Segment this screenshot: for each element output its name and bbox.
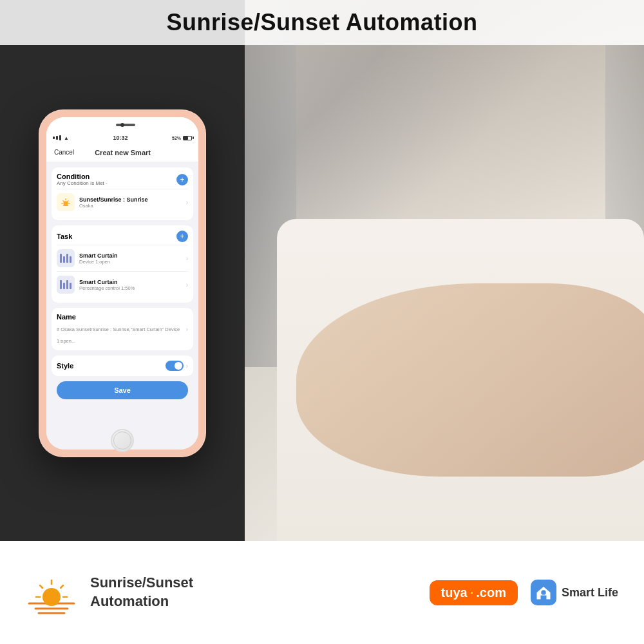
sunrise-text-title-1: Sunrise/Sunset — [90, 574, 193, 592]
wifi-icon: ▲ — [64, 135, 69, 141]
name-label: Name — [57, 313, 186, 321]
phone-mockup: ▲ 10:32 52% Cancel Creat new Sm — [39, 109, 206, 457]
task-item-1-text: Smart Curtain Device 1:open — [79, 252, 186, 265]
bottom-section: Sunrise/Sunset Automation tuya · .com Sm… — [0, 541, 644, 644]
smartlife-badge: Smart Life — [531, 580, 618, 605]
svg-line-3 — [63, 201, 64, 202]
save-button[interactable]: Save — [57, 381, 188, 399]
task-item-1-title: Smart Curtain — [79, 252, 186, 259]
style-toggle-area: › — [166, 361, 188, 371]
camera-icon — [120, 123, 124, 127]
status-right: 52% — [172, 136, 192, 140]
sunrise-icon-large — [26, 570, 77, 615]
name-content: Name If Osaka Sunset/Sunrise : Sunrise,"… — [57, 313, 186, 345]
condition-item-title: Sunset/Sunrise : Sunrise — [79, 196, 186, 203]
task-chevron-2-icon: › — [186, 281, 188, 289]
condition-title: Condition — [57, 173, 108, 180]
tuya-dot: · — [470, 585, 474, 600]
page-title: Sunrise/Sunset Automation — [166, 9, 477, 36]
task-header: Task + — [57, 231, 188, 242]
task-item-2-subtitle: Percentage control 1:50% — [79, 285, 186, 291]
speaker-icon — [116, 124, 135, 126]
curtain-icon-2 — [57, 276, 75, 294]
person-silhouette — [296, 283, 644, 477]
home-svg — [534, 583, 553, 602]
status-left: ▲ — [53, 135, 69, 141]
top-section: Sunrise/Sunset Automation — [0, 0, 644, 541]
task-item-2-text: Smart Curtain Percentage control 1:50% — [79, 279, 186, 291]
condition-item-text: Sunset/Sunrise : Sunrise Osaka — [79, 196, 186, 209]
task-add-button[interactable]: + — [176, 231, 188, 242]
battery-fill — [184, 137, 188, 140]
curtain-shape-1 — [60, 254, 71, 263]
style-section: Style › — [52, 355, 193, 376]
status-time: 10:32 — [113, 135, 128, 141]
sunrise-icon — [57, 193, 75, 211]
tuya-domain: .com — [476, 585, 506, 600]
condition-card: Condition Any Condition Is Met - + — [52, 167, 193, 220]
curtain-bar-5 — [60, 280, 62, 289]
condition-chevron-icon: › — [186, 199, 188, 206]
sunrise-svg — [26, 570, 77, 615]
condition-item-subtitle: Osaka — [79, 203, 186, 209]
curtain-bar-2 — [63, 256, 65, 263]
phone-wrapper: ▲ 10:32 52% Cancel Creat new Sm — [39, 109, 206, 457]
tuya-logo-group: tuya · .com Smart Life — [430, 580, 618, 605]
svg-point-16 — [541, 590, 546, 595]
smartlife-icon — [531, 580, 556, 605]
condition-header: Condition Any Condition Is Met - + — [57, 173, 188, 186]
battery-icon — [183, 136, 192, 140]
name-value: If Osaka Sunset/Sunrise : Sunrise,"Smart… — [57, 327, 180, 344]
task-item-2-title: Smart Curtain — [79, 279, 186, 285]
nav-title: Creat new Smart — [95, 149, 151, 156]
signal-bar-3 — [59, 135, 61, 140]
sun-svg — [60, 196, 71, 208]
task-title: Task — [57, 232, 72, 240]
svg-line-10 — [61, 585, 63, 588]
status-bar: ▲ 10:32 52% — [46, 133, 198, 143]
home-button[interactable] — [111, 429, 134, 452]
curtain-bar-8 — [70, 283, 71, 289]
curtain-bar-7 — [66, 280, 68, 289]
style-toggle[interactable] — [166, 361, 184, 371]
style-label: Style — [57, 362, 73, 370]
curtain-shape-2 — [60, 280, 71, 289]
condition-item[interactable]: Sunset/Sunrise : Sunrise Osaka › — [57, 189, 188, 215]
nav-bar: Cancel Creat new Smart — [46, 143, 198, 162]
svg-line-12 — [40, 585, 43, 588]
right-panel — [245, 0, 644, 541]
condition-subtitle: Any Condition Is Met - — [57, 180, 108, 186]
tuya-badge: tuya · .com — [430, 580, 518, 605]
name-chevron-icon: › — [186, 326, 188, 333]
battery-percent: 52% — [172, 136, 181, 140]
svg-line-2 — [68, 201, 68, 202]
curtain-bar-6 — [63, 283, 65, 289]
task-chevron-1-icon: › — [186, 255, 188, 262]
tuya-text: tuya — [441, 585, 468, 600]
sunrise-text-title-2: Automation — [90, 592, 193, 611]
bed-area — [277, 219, 644, 541]
curtain-bar-1 — [60, 254, 62, 263]
condition-header-text: Condition Any Condition Is Met - — [57, 173, 108, 186]
phone-notch — [46, 117, 198, 133]
curtain-bar-3 — [66, 254, 68, 263]
smartlife-text: Smart Life — [562, 586, 618, 600]
cancel-button[interactable]: Cancel — [54, 149, 74, 156]
left-panel: ▲ 10:32 52% Cancel Creat new Sm — [0, 0, 245, 541]
curtain-bar-4 — [70, 256, 71, 263]
task-item-1[interactable]: Smart Curtain Device 1:open › — [57, 245, 188, 271]
task-item-1-subtitle: Device 1:open — [79, 259, 186, 265]
signal-bar-1 — [53, 137, 55, 139]
task-item-2[interactable]: Smart Curtain Percentage control 1:50% › — [57, 271, 188, 298]
task-card: Task + — [52, 225, 193, 303]
style-chevron-icon: › — [186, 363, 188, 370]
signal-bar-2 — [56, 136, 58, 140]
title-bar: Sunrise/Sunset Automation — [0, 0, 644, 45]
name-section: Name If Osaka Sunset/Sunrise : Sunrise,"… — [52, 308, 193, 350]
app-content: Condition Any Condition Is Met - + — [46, 162, 198, 450]
home-button-inner — [113, 431, 131, 450]
sunrise-group: Sunrise/Sunset Automation — [26, 570, 193, 615]
condition-add-button[interactable]: + — [176, 174, 188, 185]
curtain-icon-1 — [57, 249, 75, 267]
svg-point-8 — [43, 588, 61, 606]
